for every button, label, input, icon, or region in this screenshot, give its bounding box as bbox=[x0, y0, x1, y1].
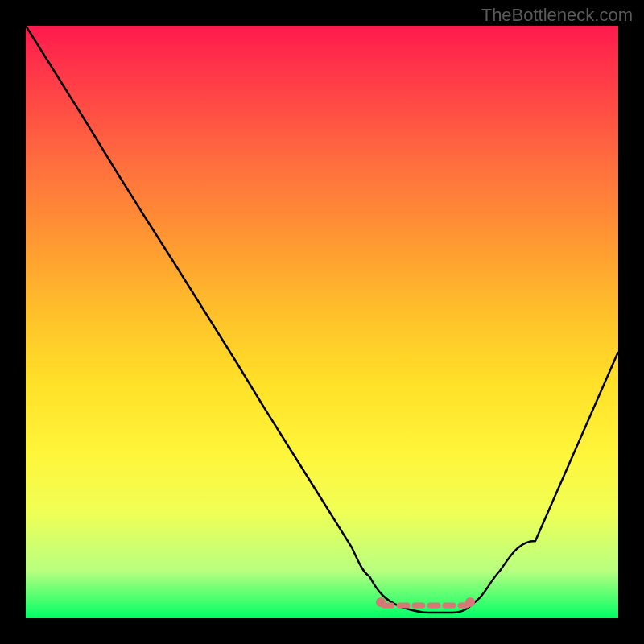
chart-plot-area bbox=[26, 26, 618, 618]
optimal-range-end-dot bbox=[465, 597, 475, 607]
bottleneck-curve-svg bbox=[26, 26, 618, 618]
watermark-text: TheBottleneck.com bbox=[481, 5, 633, 26]
optimal-range-start-dot bbox=[376, 597, 386, 607]
bottleneck-curve-path bbox=[26, 26, 618, 613]
